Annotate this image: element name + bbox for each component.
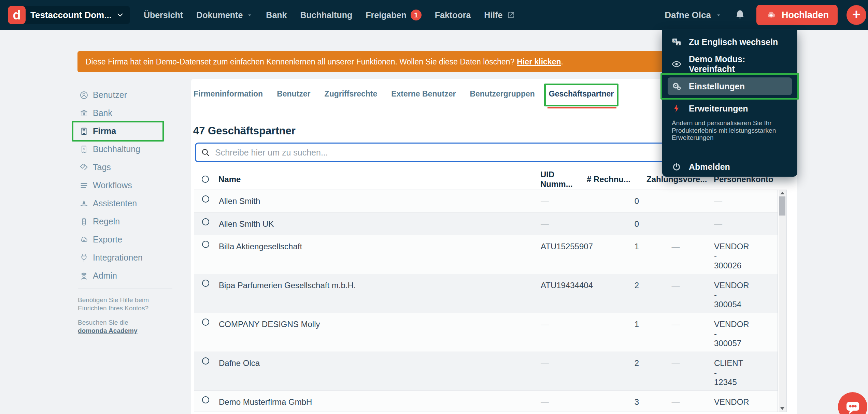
sidebar-item-workflows[interactable]: Workflows bbox=[72, 176, 164, 194]
menu-item-label: Einstellungen bbox=[689, 82, 745, 91]
cell-uid-number: — bbox=[538, 391, 587, 412]
account-line: - bbox=[714, 290, 778, 300]
settings-sidebar: BenutzerBankFirma$BuchhaltungTagsWorkflo… bbox=[72, 86, 164, 285]
scroll-down-arrow[interactable] bbox=[779, 405, 786, 412]
column-header-rechnu[interactable]: # Rechnu... bbox=[587, 175, 640, 184]
tab-zugriffsrechte[interactable]: Zugriffsrechte bbox=[325, 79, 378, 109]
row-select-radio[interactable] bbox=[202, 241, 209, 248]
active-tab-underline bbox=[547, 107, 616, 108]
sidebar-help: Benötigen Sie Hilfe beim Einrichten Ihre… bbox=[78, 296, 174, 335]
account-line: - bbox=[714, 368, 778, 378]
domonda-logo[interactable]: d bbox=[8, 6, 26, 24]
menu-item-abmelden[interactable]: Abmelden bbox=[668, 158, 792, 176]
select-all-radio[interactable] bbox=[202, 176, 209, 183]
sidebar-item-label: Firma bbox=[93, 126, 116, 136]
notifications-button[interactable] bbox=[732, 9, 748, 21]
nav-item-label: Hilfe bbox=[484, 10, 502, 20]
row-select-radio[interactable] bbox=[202, 280, 209, 287]
banner-text: Diese Firma hat ein Demo-Datenset zum ei… bbox=[86, 57, 514, 66]
sidebar-help-visit: Besuchen Sie die bbox=[78, 319, 128, 326]
tab-label: Firmeninformation bbox=[194, 89, 263, 99]
sidebar-item-assistenten[interactable]: Assistenten bbox=[72, 194, 164, 212]
column-header-uid-numm[interactable]: UID Numm... bbox=[538, 170, 587, 189]
sidebar-item-tags[interactable]: Tags bbox=[72, 158, 164, 176]
nav-item-faktoora[interactable]: Faktoora bbox=[435, 10, 471, 20]
nav-item-buchhaltung[interactable]: Buchhaltung bbox=[300, 10, 352, 20]
nav-item-hilfe[interactable]: Hilfe bbox=[484, 10, 515, 20]
nav-item-dokumente[interactable]: Dokumente bbox=[196, 10, 253, 20]
bank-icon bbox=[80, 109, 88, 118]
cell-personal-account: — bbox=[711, 213, 778, 235]
sidebar-item-regeln[interactable]: Regeln bbox=[72, 212, 164, 231]
table-row-dafne-olca[interactable]: Dafne Olca—2—CLIENT-12345 bbox=[194, 352, 778, 390]
cell-payment-terms: — bbox=[640, 274, 711, 313]
nav-item-label: Bank bbox=[266, 10, 287, 20]
company-selector[interactable]: Testaccount Dom... bbox=[22, 6, 130, 24]
sidebar-item-benutzer[interactable]: Benutzer bbox=[72, 86, 164, 104]
menu-item-erweiterungen[interactable]: Erweiterungen bbox=[668, 100, 792, 117]
banner-link[interactable]: Hier klicken bbox=[517, 57, 561, 66]
chat-support-button[interactable] bbox=[838, 392, 867, 414]
row-select-radio[interactable] bbox=[202, 396, 209, 403]
menu-item-einstellungen[interactable]: Einstellungen bbox=[668, 77, 792, 95]
upload-button[interactable]: Hochladen bbox=[756, 5, 838, 25]
tab-externe-benutzer[interactable]: Externe Benutzer bbox=[391, 79, 456, 109]
sidebar-item-label: Integrationen bbox=[93, 253, 143, 263]
nav-item-bank[interactable]: Bank bbox=[266, 10, 287, 20]
sidebar-item-buchhaltung[interactable]: $Buchhaltung bbox=[72, 140, 164, 158]
user-menu-trigger[interactable]: Dafne Olca bbox=[663, 10, 724, 21]
account-line: — bbox=[714, 196, 778, 206]
table-row-allen-smith[interactable]: Allen Smith—0— bbox=[194, 190, 778, 212]
row-select-radio[interactable] bbox=[202, 218, 209, 225]
sidebar-item-label: Assistenten bbox=[93, 198, 137, 208]
sidebar-item-label: Regeln bbox=[93, 217, 120, 226]
table-row-demo-musterfirma-gmbh[interactable]: Demo Musterfirma GmbH—3—VENDOR bbox=[194, 390, 778, 412]
column-header-name[interactable]: Name bbox=[216, 175, 538, 184]
account-line: CLIENT bbox=[714, 358, 778, 368]
translate-icon: Az bbox=[672, 37, 681, 47]
sidebar-item-label: Workflows bbox=[93, 180, 132, 190]
svg-text:$: $ bbox=[83, 147, 85, 150]
sidebar-item-admin[interactable]: Admin bbox=[72, 267, 164, 285]
table-row-company-designs-molly[interactable]: COMPANY DESIGNS Molly—1—VENDOR-300057 bbox=[194, 313, 778, 352]
cell-personal-account: VENDOR-300026 bbox=[711, 235, 778, 274]
cell-uid-number: ATU19434404 bbox=[538, 274, 587, 313]
table-row-allen-smith-uk[interactable]: Allen Smith UK—0— bbox=[194, 212, 778, 235]
sidebar-item-firma[interactable]: Firma bbox=[72, 122, 164, 140]
sidebar-item-exporte[interactable]: Exporte bbox=[72, 231, 164, 249]
menu-item-zu-englisch-wechseln[interactable]: AzZu Englisch wechseln bbox=[668, 33, 792, 51]
cell-invoice-count: 1 bbox=[587, 313, 640, 352]
table-row-bipa-parfumerien-gesellschaft-m-b-h[interactable]: Bipa Parfumerien Gesellschaft m.b.H.ATU1… bbox=[194, 274, 778, 313]
sidebar-item-bank[interactable]: Bank bbox=[72, 104, 164, 122]
tab-label: Externe Benutzer bbox=[391, 89, 456, 99]
menu-item-demo-modus-vereinfacht[interactable]: Demo Modus: Vereinfacht bbox=[668, 55, 792, 73]
tab-benutzer[interactable]: Benutzer bbox=[277, 79, 310, 109]
cell-uid-number: — bbox=[538, 313, 587, 352]
receipt-icon: $ bbox=[80, 145, 88, 154]
cell-uid-number: — bbox=[538, 213, 587, 235]
nav-item-label: Buchhaltung bbox=[300, 10, 352, 20]
brand: d Testaccount Dom... bbox=[8, 6, 130, 24]
scrollbar-thumb[interactable] bbox=[779, 196, 785, 216]
tab-benutzergruppen[interactable]: Benutzergruppen bbox=[470, 79, 535, 109]
row-select-radio[interactable] bbox=[202, 357, 209, 365]
domonda-academy-link[interactable]: domonda Academy bbox=[78, 327, 138, 334]
table-row-billa-aktiengesellschaft[interactable]: Billa AktiengesellschaftATU152559071—VEN… bbox=[194, 235, 778, 274]
tab-firmeninformation[interactable]: Firmeninformation bbox=[194, 79, 263, 109]
sidebar-item-label: Exporte bbox=[93, 235, 122, 245]
nav-item-bersicht[interactable]: Übersicht bbox=[144, 10, 183, 20]
tab-gesch-ftspartner[interactable]: Geschäftspartner bbox=[549, 79, 614, 109]
row-select-radio[interactable] bbox=[202, 195, 209, 203]
cell-uid-number: — bbox=[538, 190, 587, 212]
person-icon bbox=[80, 91, 88, 100]
scroll-up-arrow[interactable] bbox=[779, 190, 786, 196]
nav-item-freigaben[interactable]: Freigaben1 bbox=[366, 10, 421, 20]
sidebar-item-label: Admin bbox=[93, 271, 117, 281]
row-select-radio[interactable] bbox=[202, 319, 209, 326]
bolt-icon bbox=[672, 104, 681, 113]
sidebar-item-integrationen[interactable]: Integrationen bbox=[72, 249, 164, 267]
add-button[interactable]: + bbox=[846, 5, 866, 25]
cloud-upload-icon bbox=[765, 9, 777, 21]
table-scrollbar[interactable] bbox=[779, 190, 786, 412]
cell-name: Allen Smith UK bbox=[216, 213, 538, 235]
